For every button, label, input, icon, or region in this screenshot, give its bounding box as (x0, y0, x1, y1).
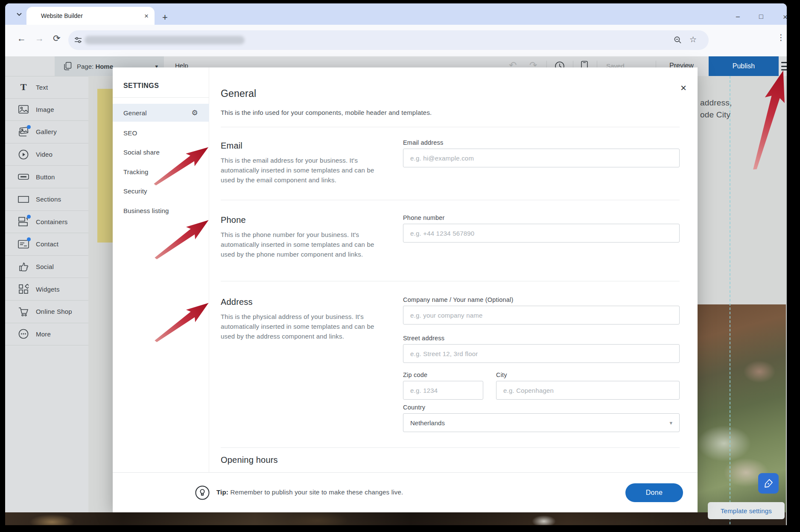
canvas-text-fragment: ode City (700, 110, 730, 120)
nav-item-label: Tracking (123, 168, 149, 175)
sidebar-item-label: Gallery (36, 128, 57, 135)
nav-item-label: General (123, 109, 147, 117)
settings-modal: SETTINGS General ⚙ SEO Social share Trac… (113, 67, 698, 512)
new-badge (27, 237, 31, 241)
sidebar-item-image[interactable]: Image (5, 99, 88, 121)
page-icon (64, 62, 72, 70)
sidebar-item-contact[interactable]: Contact (5, 233, 88, 256)
page-selector-label: Page: Home (77, 63, 113, 70)
template-settings-button[interactable]: Template settings (708, 502, 785, 519)
country-label: Country (403, 404, 425, 411)
window-close-icon[interactable]: × (783, 13, 787, 22)
modal-close-icon[interactable]: × (680, 83, 686, 93)
settings-nav-business-listing[interactable]: Business listing (113, 202, 209, 219)
sidebar-item-gallery[interactable]: Gallery (5, 121, 88, 143)
browser-window: Website Builder × + – □ × ← → ⟳ ☆ ⋮ (5, 3, 787, 525)
sidebar-item-label: More (36, 330, 51, 338)
settings-nav-security[interactable]: Security (113, 182, 209, 200)
page-scrollbar[interactable] (786, 76, 787, 525)
phone-section-heading: Phone (221, 215, 246, 225)
address-section-heading: Address (221, 297, 253, 307)
modal-title: General (221, 88, 256, 99)
street-address-label: Street address (403, 335, 444, 342)
gear-icon: ⚙ (192, 108, 198, 117)
settings-nav-general[interactable]: General ⚙ (113, 104, 209, 122)
city-input[interactable] (496, 381, 680, 400)
done-button[interactable]: Done (625, 483, 683, 502)
zip-code-input[interactable] (403, 381, 483, 400)
nav-item-label: SEO (123, 129, 137, 137)
builder-menu-icon[interactable] (781, 62, 787, 70)
zip-code-label: Zip code (403, 371, 427, 378)
more-icon (18, 328, 29, 339)
sidebar-item-label: Online Shop (36, 308, 72, 315)
social-icon (18, 261, 29, 272)
canvas-photo-strip (5, 512, 786, 525)
opening-hours-heading: Opening hours (221, 455, 278, 465)
company-name-input[interactable] (403, 306, 680, 324)
button-icon (18, 171, 29, 182)
sections-icon (18, 194, 29, 205)
sidebar-item-label: Sections (36, 196, 61, 203)
video-icon (18, 149, 29, 160)
phone-number-input[interactable] (403, 224, 680, 243)
window-minimize-icon[interactable]: – (736, 13, 740, 20)
widgets-icon (18, 284, 29, 295)
settings-nav-tracking[interactable]: Tracking (113, 163, 209, 181)
sidebar-item-text[interactable]: T Text (5, 76, 88, 99)
email-section-description: This is the email address for your busin… (221, 155, 374, 185)
sidebar-item-label: Video (36, 151, 53, 158)
sidebar-item-containers[interactable]: Containers (5, 211, 88, 234)
sidebar-item-social[interactable]: Social (5, 256, 88, 278)
divider (221, 127, 680, 127)
browser-tab-strip: Website Builder × + – □ × (5, 3, 787, 25)
sidebar-item-more[interactable]: More (5, 323, 88, 346)
country-value: Netherlands (410, 419, 445, 427)
settings-nav-social-share[interactable]: Social share (113, 143, 209, 161)
publish-button[interactable]: Publish (709, 56, 779, 76)
phone-section-description: This is the phone number for your busine… (221, 230, 374, 259)
tab-search-chevron-icon[interactable] (13, 8, 26, 21)
gallery-icon (18, 126, 29, 137)
country-select[interactable]: Netherlands ▾ (403, 413, 680, 432)
tab-close-icon[interactable]: × (144, 12, 149, 20)
sidebar-item-widgets[interactable]: Widgets (5, 278, 88, 301)
divider (221, 200, 680, 200)
text-icon: T (18, 82, 29, 93)
settings-nav: SETTINGS General ⚙ SEO Social share Trac… (113, 67, 209, 512)
settings-nav-seo[interactable]: SEO (113, 124, 209, 142)
street-address-input[interactable] (403, 344, 680, 363)
email-address-input[interactable] (403, 149, 680, 167)
tip-lightbulb-icon (195, 485, 210, 500)
new-tab-icon[interactable]: + (162, 13, 168, 22)
window-maximize-icon[interactable]: □ (759, 13, 763, 20)
sidebar-item-label: Button (36, 173, 55, 181)
design-edit-button[interactable] (758, 473, 779, 494)
sidebar-item-sections[interactable]: Sections (5, 188, 88, 211)
sidebar-item-label: Image (36, 106, 54, 113)
forward-icon[interactable]: → (35, 33, 44, 44)
back-icon[interactable]: ← (17, 33, 26, 44)
reload-icon[interactable]: ⟳ (53, 33, 61, 44)
sidebar-item-video[interactable]: Video (5, 143, 88, 166)
address-bar[interactable]: ☆ (68, 30, 709, 50)
canvas-text-fragment: address, (700, 98, 732, 108)
browser-menu-icon[interactable]: ⋮ (777, 32, 785, 42)
site-settings-icon[interactable] (74, 36, 82, 44)
sidebar-item-online-shop[interactable]: Online Shop (5, 301, 88, 323)
phone-number-label: Phone number (403, 214, 445, 221)
sidebar-item-button[interactable]: Button (5, 166, 88, 188)
new-badge (27, 125, 31, 129)
new-badge (27, 215, 31, 219)
tip-body: Remember to publish your site to make th… (228, 488, 403, 496)
zoom-out-icon[interactable] (674, 36, 682, 44)
city-label: City (496, 371, 507, 378)
modal-description: This is the info used for your component… (221, 109, 432, 116)
divider (221, 281, 680, 281)
contact-icon (18, 239, 29, 250)
image-icon (18, 104, 29, 115)
email-section-heading: Email (221, 141, 242, 151)
divider (221, 447, 680, 448)
browser-tab[interactable]: Website Builder × (26, 7, 155, 25)
bookmark-star-icon[interactable]: ☆ (689, 35, 697, 44)
